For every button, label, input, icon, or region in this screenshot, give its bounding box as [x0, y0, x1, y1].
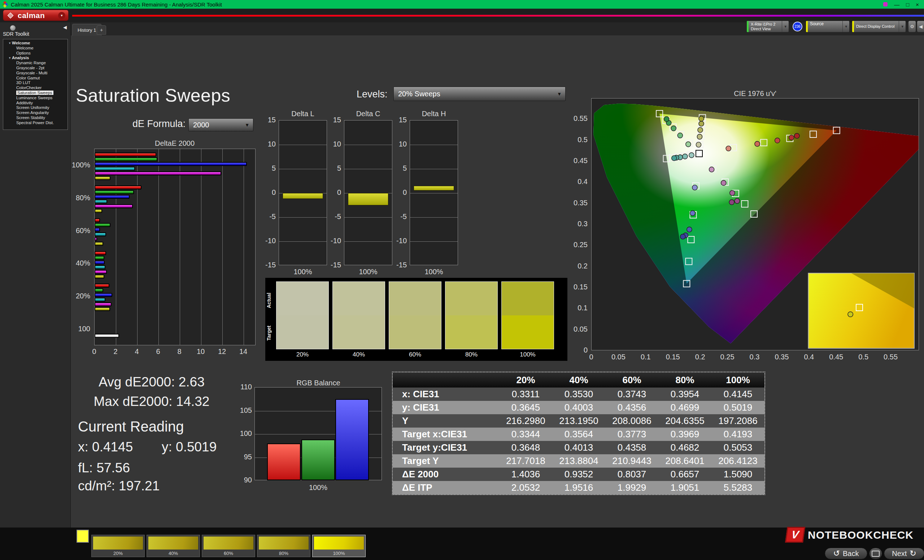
page-title: Saturation Sweeps — [76, 85, 230, 106]
measured-point-yellow — [699, 121, 704, 126]
tree-item-dynamic-range[interactable]: Dynamic Range — [3, 61, 68, 66]
delta_h-y-tick: -10 — [390, 237, 407, 245]
tree-item-screen-uniformity[interactable]: Screen Uniformity — [3, 105, 68, 111]
actual-row-label: Actual — [266, 284, 273, 317]
rgb-y-tick: 100 — [234, 430, 252, 438]
table-value-cell: 0.3954 — [658, 388, 711, 401]
swatch-label: 20% — [276, 351, 329, 358]
tree-item-screen-stability[interactable]: Screen Stability — [3, 115, 68, 121]
grid-line — [344, 145, 392, 145]
measured-point-green — [671, 126, 676, 131]
swatch-60% — [389, 281, 441, 349]
tree-item-welcome[interactable]: Welcome — [3, 46, 68, 51]
preview-thumbnail-100%[interactable]: 100% — [312, 535, 366, 557]
measured-point-green — [686, 142, 691, 147]
table-row-label: Target Y — [393, 454, 499, 468]
settings-button[interactable]: ⚙ — [908, 21, 916, 33]
rgb-balance-xlabel: 100% — [255, 484, 382, 492]
saturation-data-table[interactable]: 20%40%60%80%100%x: CIE310.33110.35300.37… — [392, 372, 765, 495]
delta_l-y-tick: -15 — [259, 261, 276, 269]
tree-item-grayscale-2pt[interactable]: Grayscale - 2pt — [3, 66, 68, 71]
tree-item-welcome[interactable]: ▾Welcome — [3, 41, 68, 46]
add-tab-button[interactable]: + — [97, 25, 106, 34]
preview-thumbnail-20%[interactable]: 20% — [92, 535, 145, 557]
next-button[interactable]: Next ↻ — [884, 548, 924, 559]
grid-line — [159, 149, 159, 345]
preview-thumbnail-40%[interactable]: 40% — [147, 535, 200, 557]
table-value-cell: 1.9516 — [552, 481, 605, 494]
display-control-dropdown[interactable]: Direct Display Control ▾ — [852, 21, 906, 33]
calman-menu-button[interactable]: calman ▾ — [3, 10, 69, 21]
max-de-stat: Max dE2000: 14.32 — [76, 394, 227, 409]
tree-item-colorchecker[interactable]: ColorChecker — [3, 85, 68, 91]
tree-item-color-gamut[interactable]: Color Gamut — [3, 76, 68, 81]
de-formula-label: dE Formula: — [132, 118, 186, 130]
delta-l-chart — [279, 120, 327, 265]
tree-expand-icon[interactable]: ▾ — [9, 55, 10, 61]
tree-item-luminance-sweeps[interactable]: Luminance Sweeps — [3, 96, 68, 101]
table-row-label: y: CIE31 — [393, 401, 499, 414]
minimize-button[interactable]: — — [894, 1, 900, 7]
table-value-cell: 0.3743 — [605, 388, 658, 401]
table-column-header: 100% — [711, 372, 765, 388]
cie-y-tick: 0.15 — [566, 283, 588, 291]
tree-item-additivity[interactable]: Additivity — [3, 101, 68, 106]
deltae-bar-magenta — [94, 270, 107, 274]
swatch-actual-40% — [333, 282, 385, 315]
display-window-button[interactable] — [869, 548, 882, 559]
pin-button[interactable] — [10, 25, 15, 31]
deltae-x-tick: 2 — [113, 347, 117, 356]
deltae-chart — [94, 149, 255, 345]
de-formula-select[interactable]: 2000 ▼ — [188, 118, 254, 131]
deltae-bar-green — [94, 157, 158, 161]
source-dropdown[interactable]: Source ▾ — [806, 21, 850, 33]
tree-item-screen-angularity[interactable]: Screen Angularity — [3, 111, 68, 115]
tree-expand-icon[interactable]: ▾ — [9, 41, 10, 46]
preview-thumbnail-80%[interactable]: 80% — [257, 535, 310, 557]
delta_c-y-tick: -15 — [324, 261, 341, 269]
deltae-group-label: 60% — [51, 214, 90, 247]
sidebar-collapse-button[interactable]: ◀ — [63, 24, 67, 30]
meter-count-badge[interactable]: 236 — [793, 22, 802, 31]
deltae-bar-cyan — [94, 298, 105, 302]
deltae-bar-blue — [94, 293, 112, 297]
table-row: Target y:CIE310.36480.40130.43580.46820.… — [393, 441, 765, 454]
calman-diamond-icon — [6, 11, 15, 20]
panel-collapse-button[interactable]: ◀ — [917, 21, 924, 33]
cie-chart-frame — [591, 98, 919, 350]
delta_h-y-tick: -15 — [390, 261, 407, 269]
delta-c-xlabel: 100% — [344, 268, 392, 276]
tree-item-spectral-power-dist-[interactable]: Spectral Power Dist. — [3, 121, 68, 126]
back-button[interactable]: ↺ Back — [825, 548, 867, 559]
delta_l-y-tick: 5 — [259, 164, 276, 172]
tree-item-grayscale-multi[interactable]: Grayscale - Multi — [3, 71, 68, 76]
chevron-down-icon: ▾ — [58, 12, 65, 19]
meter-dropdown[interactable]: X-Rite i1Pro 2 Direct View ▾ — [746, 21, 789, 33]
tree-item-saturation-sweeps[interactable]: Saturation Sweeps — [3, 91, 68, 96]
swatch-target-100% — [502, 315, 554, 349]
tree-item-analysis[interactable]: ▾Analysis — [3, 55, 68, 61]
tree-item-options[interactable]: Options — [3, 51, 68, 56]
table-row-label: Target x:CIE31 — [393, 428, 499, 441]
cie-y-tick: 0.4 — [566, 178, 588, 186]
table-value-cell: 0.3773 — [605, 428, 658, 441]
delta_h-bar — [414, 186, 454, 190]
deltae-bar-yellow — [94, 242, 103, 246]
preview-thumbnail-60%[interactable]: 60% — [202, 535, 255, 557]
close-button[interactable]: × — [916, 1, 919, 7]
monitor-icon — [872, 551, 880, 557]
table-column-header: 40% — [552, 372, 605, 388]
measured-point-yellow — [698, 127, 703, 132]
deltae-bar-yellow — [94, 176, 111, 180]
swatch-label: 80% — [445, 351, 498, 358]
cie-x-tick: 0.45 — [829, 353, 843, 361]
rgb-y-tick: 110 — [234, 383, 252, 391]
tree-item-3d-lut[interactable]: 3D LUT — [3, 81, 68, 85]
levels-select[interactable]: 20% Sweeps ▼ — [393, 87, 566, 101]
table-value-cell: 213.8804 — [552, 454, 605, 468]
color-patch-button[interactable] — [76, 530, 89, 543]
table-row-label: x: CIE31 — [393, 388, 499, 401]
reading-fl: fL: 57.56 — [78, 460, 130, 476]
tray-icon — [883, 2, 888, 6]
maximize-button[interactable]: □ — [906, 1, 909, 7]
